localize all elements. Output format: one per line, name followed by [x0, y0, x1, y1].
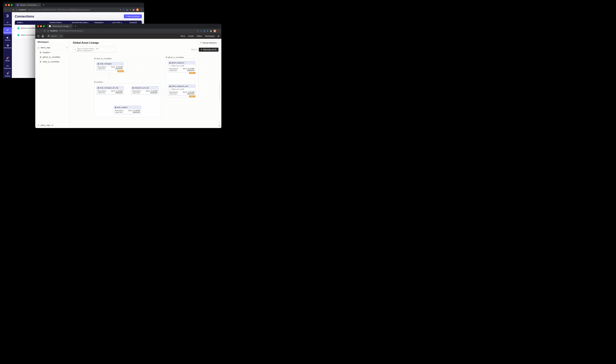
forward-button[interactable]: →: [9, 9, 11, 11]
address-field[interactable]: ⓘ localhost :8000/workspaces/458f1a80-60…: [16, 9, 118, 11]
gear-icon[interactable]: ⚙: [218, 35, 219, 37]
close-tab-icon[interactable]: ×: [38, 4, 39, 6]
site-info-icon[interactable]: ⓘ: [16, 9, 18, 11]
forward-button[interactable]: →: [40, 30, 42, 32]
col-frequency[interactable]: FREQUENCY: [94, 22, 112, 23]
sidebar-item-sources[interactable]: ◐ Sources: [3, 35, 12, 42]
minimize-window-icon[interactable]: [8, 4, 10, 6]
extensions-puzzle-icon[interactable]: ✦: [207, 30, 208, 32]
dagster-logo-icon[interactable]: ◐: [41, 34, 45, 38]
panel-icon[interactable]: ▣: [133, 9, 134, 11]
browser-tab-airbyte[interactable]: Airbyte | Connections ×: [15, 3, 41, 7]
status-ok-icon: ✓: [17, 27, 20, 29]
repo-name: demo_repo: [41, 47, 50, 49]
group-label: ⊞analytics: [94, 81, 103, 83]
fit-icon[interactable]: ▣: [219, 125, 220, 127]
link-icon: ⊸: [169, 65, 170, 66]
asset-github-stargazers[interactable]: ▦github_stargazers ⊸airbyte_sync_a1ebb M…: [168, 61, 195, 72]
asset-slack-messages[interactable]: ▦slack_messages MaterializedOct 5, 11:44…: [96, 62, 124, 70]
close-window-icon[interactable]: [5, 4, 7, 6]
new-tab-button[interactable]: +: [43, 3, 44, 6]
asset-stargazers-per-day[interactable]: ▦stargazers_per_day MaterializedOct 5, 1…: [131, 86, 158, 94]
airbyte-logo-icon[interactable]: [5, 14, 10, 18]
sidebar-item-settings[interactable]: ⚙ Settings: [3, 71, 12, 78]
nav-assets[interactable]: Assets: [188, 35, 194, 37]
close-tab-icon[interactable]: ×: [70, 25, 71, 27]
window-menu-icon[interactable]: ⌄: [141, 4, 142, 6]
kebab-menu-icon[interactable]: ⋮: [218, 30, 220, 32]
site-info-icon[interactable]: ⓘ: [47, 30, 49, 32]
sidebar-repo[interactable]: ▢ demo_repo 3: [35, 45, 70, 50]
notification-badge: [9, 72, 10, 73]
materialize-all-button[interactable]: ✦ Materialize all (6): [199, 48, 218, 52]
browser-tab-dagster[interactable]: Global Asset Lineage ×: [47, 24, 73, 28]
share-icon[interactable]: ⇪: [197, 30, 199, 32]
col-source[interactable]: SOURCE NAME ▴: [49, 22, 72, 23]
window-controls: [37, 25, 45, 27]
url-path: :3000/instance/asset-groups/: [59, 30, 83, 32]
minimize-window-icon[interactable]: [40, 25, 42, 27]
sidebar-item-onboarding[interactable]: ⍟ Onboarding: [3, 20, 12, 27]
nav-status[interactable]: Status: [197, 35, 202, 37]
window-menu-icon[interactable]: ⌄: [218, 25, 220, 27]
sidebar-item-connections[interactable]: ⇄ Connections: [3, 27, 12, 34]
url-path: :8000/workspaces/458f1a80-603c-4795-993a…: [27, 9, 90, 11]
col-name[interactable]: NAME ▴: [17, 22, 49, 23]
filter-placeholder: Type an asset subset… (ex: github_starga…: [77, 48, 114, 52]
refresh-icon[interactable]: ⟳: [196, 49, 197, 51]
col-last-sync[interactable]: LAST SYNC ▴: [112, 22, 130, 23]
refresh-icon[interactable]: ⟳: [52, 124, 53, 126]
browser-tabbar: Airbyte | Connections × + ⌄: [3, 2, 144, 7]
nav-workspace[interactable]: Workspace: [205, 35, 215, 37]
refresh-status: 0:12 ⟳: [191, 49, 197, 51]
sidebar-item-resources[interactable]: ▭ Resources: [3, 63, 12, 70]
maximize-window-icon[interactable]: [11, 4, 13, 6]
airbyte-favicon: [17, 4, 19, 6]
reload-definitions-button[interactable]: ⟳ Reload definitions: [199, 41, 218, 45]
group-label: analytics: [43, 51, 50, 53]
col-destination[interactable]: DESTINATION NAME ▴: [72, 22, 94, 23]
asset-filter-input[interactable]: ✦ Type an asset subset… (ex: github_star…: [73, 47, 116, 52]
kebab-menu-icon[interactable]: ⋮: [141, 9, 142, 11]
sidebar-footer[interactable]: ▢ demo_repo ⟳: [35, 122, 70, 128]
sidebar-group-analytics[interactable]: ⊞ analytics: [35, 50, 70, 55]
panel-icon[interactable]: ▣: [210, 30, 212, 32]
nav-runs[interactable]: Runs: [181, 35, 185, 37]
sidebar-group-github[interactable]: ⊞ github_to_snowflake: [35, 55, 70, 60]
address-field[interactable]: ⓘ localhost :3000/instance/asset-groups/: [47, 30, 195, 32]
zoom-in-icon[interactable]: ⊕: [219, 84, 220, 86]
extension-icon[interactable]: ◉: [126, 9, 128, 11]
share-icon[interactable]: ⇪: [120, 9, 121, 11]
reload-button[interactable]: ⟳: [44, 30, 46, 32]
zoom-out-icon[interactable]: ⊖: [219, 121, 220, 124]
asset-name: github_stargazers: [171, 62, 184, 64]
new-tab-button[interactable]: +: [75, 25, 76, 27]
onboarding-icon: ⍟: [7, 21, 8, 24]
search-input[interactable]: 🔍 Search… /: [46, 34, 64, 38]
bookmark-icon[interactable]: ☆: [123, 9, 125, 11]
profile-avatar[interactable]: B: [213, 29, 216, 32]
maximize-window-icon[interactable]: [43, 25, 45, 27]
zoom-slider[interactable]: [219, 87, 220, 99]
back-button[interactable]: ←: [37, 30, 39, 32]
sidebar-item-destinations[interactable]: ◑ Destinations: [3, 43, 12, 50]
sidebar-group-slack[interactable]: ⊞ slack_to_snowflake: [35, 60, 70, 64]
bookmark-icon[interactable]: ☆: [200, 30, 202, 32]
close-window-icon[interactable]: [37, 25, 39, 27]
zoom-thumb[interactable]: [219, 87, 220, 89]
asset-github-stargazers-user[interactable]: ▦github_stargazers_user ⊸airbyte_sync_a1…: [168, 85, 195, 96]
back-button[interactable]: ←: [5, 9, 7, 11]
profile-avatar[interactable]: B: [136, 8, 139, 11]
new-connection-button[interactable]: + New connection: [124, 14, 142, 18]
reload-button[interactable]: ⟳: [13, 9, 14, 11]
table-icon: ▦: [169, 85, 171, 87]
extensions-puzzle-icon[interactable]: ✦: [129, 9, 131, 11]
status-ok-icon: ✓: [17, 34, 20, 36]
hamburger-menu-icon[interactable]: ☰: [37, 35, 39, 38]
asset-slack-messages-per-day[interactable]: ▦slack_messages_per_day MaterializedOct …: [96, 86, 124, 94]
asset-daily-analytics[interactable]: ▦daily_analytics MaterializedOct 5, 11:4…: [114, 106, 141, 114]
extension-icon[interactable]: ◉: [204, 30, 205, 32]
dagster-main: Global Asset Lineage ⟳ Reload definition…: [70, 39, 221, 128]
lineage-canvas[interactable]: ⊞slack_to_snowflake ▦slack_messages Mate…: [70, 54, 221, 128]
sidebar-item-update[interactable]: 🚀 Update: [3, 55, 12, 63]
